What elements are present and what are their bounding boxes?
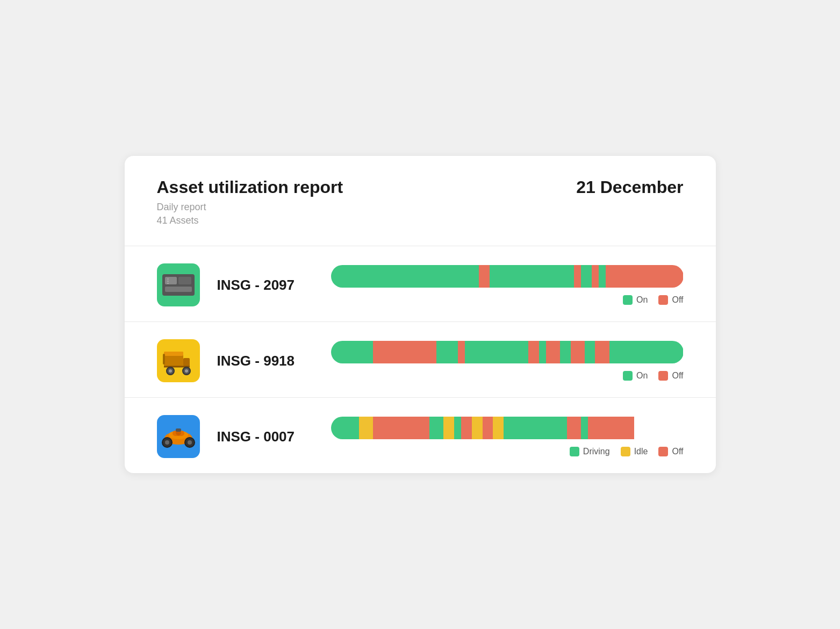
- legend-item: Driving: [570, 447, 610, 456]
- utilization-bar: [331, 265, 684, 288]
- bar-segment-2: [436, 341, 457, 363]
- legend-label: Off: [672, 447, 683, 456]
- svg-rect-5: [167, 281, 169, 282]
- bar-segment-0: [331, 341, 374, 363]
- asset-content: INSG - 0007DrivingIdleOff: [157, 415, 684, 458]
- legend-item: Idle: [621, 447, 648, 456]
- bar-segment-5: [592, 265, 599, 288]
- legend-color-dot: [658, 447, 668, 456]
- svg-point-23: [188, 440, 192, 445]
- report-header: Asset utilization report Daily report 41…: [125, 156, 716, 246]
- svg-point-12: [169, 369, 172, 373]
- asset-row-asset-9918: INSG - 9918OnOff: [125, 322, 716, 398]
- legend-color-dot: [658, 295, 668, 305]
- legend-label: On: [636, 371, 648, 381]
- legend: DrivingIdleOff: [331, 447, 684, 456]
- bar-segment-2: [373, 417, 429, 439]
- bar-segment-6: [461, 417, 472, 439]
- svg-point-21: [165, 440, 169, 445]
- legend-label: On: [636, 295, 648, 305]
- legend-item: On: [623, 295, 648, 305]
- bar-segment-13: [588, 417, 634, 439]
- utilization-bar: [331, 417, 684, 439]
- bar-segment-4: [465, 341, 528, 363]
- bar-segment-8: [483, 417, 493, 439]
- bar-segment-10: [504, 417, 567, 439]
- bar-segment-11: [595, 341, 609, 363]
- svg-rect-1: [165, 277, 177, 284]
- svg-rect-4: [167, 278, 169, 280]
- report-card: Asset utilization report Daily report 41…: [125, 156, 716, 473]
- legend-color-dot: [621, 447, 630, 456]
- bar-segment-6: [599, 265, 606, 288]
- assets-list: INSG - 2097OnOff INSG - 9918OnOff: [125, 246, 716, 473]
- asset-content: INSG - 9918OnOff: [157, 339, 684, 382]
- legend-item: Off: [658, 371, 683, 381]
- bar-segment-9: [571, 341, 585, 363]
- bar-segment-7: [546, 341, 560, 363]
- bar-segment-0: [331, 265, 479, 288]
- asset-name: INSG - 0007: [217, 428, 314, 445]
- asset-icon: [157, 339, 200, 382]
- svg-rect-24: [176, 428, 181, 432]
- legend-color-dot: [658, 371, 668, 381]
- svg-rect-8: [164, 352, 183, 356]
- report-subtitle: Daily report: [157, 202, 343, 213]
- bar-segment-3: [574, 265, 581, 288]
- bar-segment-3: [458, 341, 465, 363]
- bar-segment-9: [493, 417, 504, 439]
- legend-item: Off: [658, 295, 683, 305]
- asset-icon: [157, 263, 200, 306]
- legend-item: Off: [658, 447, 683, 456]
- bar-segment-6: [539, 341, 546, 363]
- asset-icon: [157, 415, 200, 458]
- svg-point-14: [185, 369, 188, 373]
- bar-segment-4: [443, 417, 454, 439]
- legend: OnOff: [331, 295, 684, 305]
- legend-item: On: [623, 371, 648, 381]
- legend-label: Off: [672, 295, 683, 305]
- asset-row-asset-2097: INSG - 2097OnOff: [125, 246, 716, 322]
- asset-bar-section: DrivingIdleOff: [331, 417, 684, 456]
- legend-label: Driving: [583, 447, 610, 456]
- report-assets: 41 Assets: [157, 215, 343, 226]
- bar-segment-12: [581, 417, 588, 439]
- bar-segment-1: [479, 265, 490, 288]
- legend-color-dot: [570, 447, 579, 456]
- asset-content: INSG - 2097OnOff: [157, 263, 684, 306]
- bar-segment-5: [528, 341, 539, 363]
- bar-segment-7: [472, 417, 483, 439]
- svg-rect-15: [163, 354, 165, 364]
- bar-segment-11: [567, 417, 581, 439]
- bar-segment-3: [429, 417, 443, 439]
- bar-segment-1: [359, 417, 373, 439]
- legend-label: Idle: [634, 447, 648, 456]
- asset-row-asset-0007: INSG - 0007DrivingIdleOff: [125, 398, 716, 473]
- legend-color-dot: [623, 371, 633, 381]
- asset-bar-section: OnOff: [331, 265, 684, 305]
- legend-label: Off: [672, 371, 683, 381]
- report-title: Asset utilization report: [157, 177, 343, 197]
- bar-segment-2: [490, 265, 574, 288]
- asset-name: INSG - 2097: [217, 277, 314, 294]
- svg-rect-2: [178, 277, 191, 284]
- legend-color-dot: [623, 295, 633, 305]
- report-header-left: Asset utilization report Daily report 41…: [157, 177, 343, 226]
- bar-segment-7: [606, 265, 683, 288]
- bar-segment-1: [373, 341, 436, 363]
- svg-rect-6: [167, 283, 169, 284]
- bar-segment-8: [560, 341, 571, 363]
- legend: OnOff: [331, 371, 684, 381]
- svg-rect-3: [165, 287, 192, 292]
- report-date: 21 December: [576, 177, 683, 197]
- svg-rect-9: [183, 358, 190, 367]
- bar-segment-10: [585, 341, 595, 363]
- bar-segment-4: [581, 265, 592, 288]
- bar-segment-12: [609, 341, 684, 363]
- utilization-bar: [331, 341, 684, 363]
- asset-name: INSG - 9918: [217, 353, 314, 369]
- bar-segment-0: [331, 417, 359, 439]
- asset-bar-section: OnOff: [331, 341, 684, 381]
- bar-segment-5: [454, 417, 461, 439]
